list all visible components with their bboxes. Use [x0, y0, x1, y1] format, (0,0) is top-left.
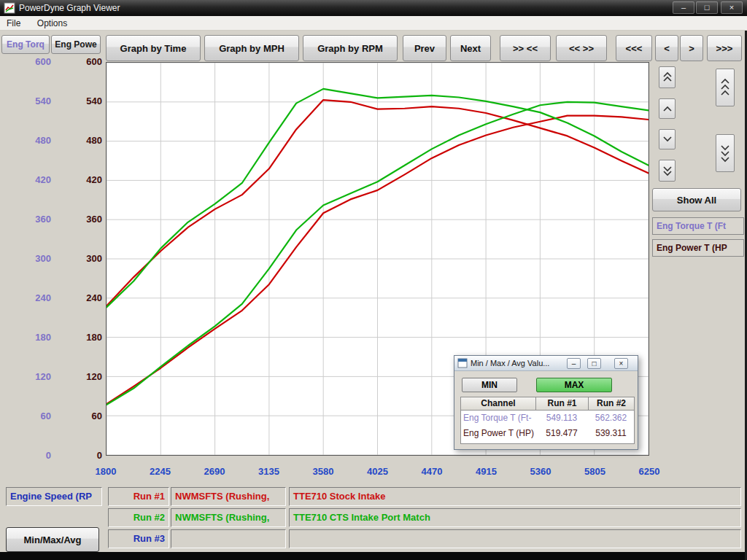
menu-bar: File Options: [0, 16, 747, 31]
run-description-1[interactable]: TTE710 Stock Intake: [289, 487, 741, 506]
toolbar-button-zoom-out[interactable]: << >>: [556, 35, 607, 61]
column-header-run1: Run #1: [535, 397, 589, 411]
y-axis-right-label: 120: [67, 370, 102, 384]
chevron-double-down-icon: [662, 165, 673, 176]
minmax-close-button[interactable]: ×: [614, 358, 628, 369]
minmax-restore-button[interactable]: □: [587, 358, 601, 369]
minimize-button[interactable]: –: [673, 1, 694, 14]
menu-options[interactable]: Options: [31, 16, 74, 31]
maximize-button[interactable]: □: [696, 1, 718, 14]
scale-up-fast-button[interactable]: [659, 66, 676, 88]
shift-down-button[interactable]: [716, 134, 735, 172]
channel-value: 562.362: [588, 411, 634, 426]
min-button[interactable]: MIN: [462, 378, 517, 392]
legend-eng-torque[interactable]: Eng Torque T (Ft: [652, 217, 744, 235]
run-description-3[interactable]: [289, 529, 741, 548]
x-axis-label: 5805: [584, 466, 605, 477]
y-axis-right-label: 540: [67, 95, 102, 108]
toolbar-button-graph-by-rpm[interactable]: Graph by RPM: [303, 35, 398, 61]
y-axis-right-label: 600: [67, 55, 102, 69]
powerdyne-window: { "window": { "title": "PowerDyne Graph …: [0, 0, 747, 560]
x-axis-label: 5360: [530, 466, 551, 477]
minmax-window-titlebar[interactable]: Min / Max / Avg Valu... – □ ×: [454, 356, 638, 371]
minmax-avg-window: Min / Max / Avg Valu... – □ × MIN MAX Ch…: [454, 355, 638, 450]
chevron-triple-down-icon: [719, 142, 731, 164]
shift-up-button[interactable]: [716, 69, 735, 106]
run-description-2[interactable]: TTE710 CTS Intake Port Match: [289, 508, 741, 527]
run-source-1[interactable]: NWMSFTS (Rushing,: [171, 487, 286, 506]
toolbar-button-pan-left[interactable]: <: [655, 35, 678, 61]
toolbar-button-pan-right[interactable]: >: [680, 35, 703, 61]
toolbar-button-graph-by-mph[interactable]: Graph by MPH: [204, 35, 299, 61]
x-axis-label: 1800: [96, 466, 117, 477]
toolbar-button-zoom-in[interactable]: >> <<: [500, 35, 551, 61]
tab-eng-power[interactable]: Eng Powe: [51, 35, 101, 54]
close-button[interactable]: ×: [721, 1, 743, 14]
channel-name: Eng Power T (HP): [461, 426, 535, 441]
x-axis-label: 3135: [258, 466, 279, 477]
y-axis-left-label: 0: [16, 449, 51, 462]
column-header-run2: Run #2: [588, 397, 635, 411]
y-axis-right-label: 240: [67, 292, 102, 305]
channel-value: 519.477: [535, 426, 588, 441]
toolbar-button-next[interactable]: Next: [450, 35, 491, 61]
channel-value: 539.311: [588, 426, 634, 441]
x-axis-label: 3580: [313, 466, 334, 477]
y-axis-right-label: 420: [67, 174, 102, 187]
toolbar-button-pan-right-fast[interactable]: >>>: [707, 35, 742, 61]
column-header-channel: Channel: [460, 397, 536, 411]
scale-down-fast-button[interactable]: [659, 160, 676, 182]
scale-down-button[interactable]: [659, 129, 676, 149]
y-axis-left-label: 60: [16, 410, 51, 423]
scale-up-button[interactable]: [659, 98, 676, 119]
minmax-table-row: Eng Power T (HP)519.477539.311: [461, 426, 634, 441]
window-title: PowerDyne Graph Viewer: [19, 0, 120, 16]
title-bar: PowerDyne Graph Viewer – □ ×: [0, 0, 747, 16]
x-axis-label: 4470: [422, 466, 443, 477]
y-axis-right-label: 60: [67, 410, 102, 423]
x-channel-field[interactable]: Engine Speed (RP: [6, 487, 102, 506]
toolbar-button-pan-left-fast[interactable]: <<<: [616, 35, 652, 61]
chevron-up-icon: [662, 104, 673, 113]
run-label-2[interactable]: Run #2: [108, 508, 169, 527]
minmax-table-body: Eng Torque T (Ft-549.113562.362Eng Power…: [460, 411, 635, 444]
minmax-window-icon: [457, 358, 468, 368]
y-axis-right-label: 480: [67, 134, 102, 147]
x-axis-label: 6250: [639, 466, 660, 477]
toolbar-button-graph-by-time[interactable]: Graph by Time: [106, 35, 201, 61]
y-axis-left-label: 540: [16, 95, 51, 108]
y-axis-left-label: 420: [16, 174, 51, 187]
x-axis-label: 2245: [150, 466, 171, 477]
y-axis-left-label: 240: [16, 292, 51, 305]
chevron-triple-up-icon: [719, 77, 731, 98]
tab-eng-torque[interactable]: Eng Torq: [1, 35, 50, 54]
legend-eng-power[interactable]: Eng Power T (HP: [652, 239, 744, 257]
y-axis-right-label: 360: [67, 213, 102, 226]
channel-name: Eng Torque T (Ft-: [461, 411, 535, 426]
y-axis-left-label: 180: [16, 331, 51, 344]
x-axis-label: 2690: [204, 466, 225, 477]
minmax-window-title: Min / Max / Avg Valu...: [471, 356, 549, 371]
channel-value: 549.113: [535, 411, 588, 426]
run-label-3[interactable]: Run #3: [108, 529, 169, 548]
y-axis-right-label: 300: [67, 252, 102, 265]
run-source-3[interactable]: [171, 529, 286, 548]
show-all-button[interactable]: Show All: [652, 188, 741, 211]
run-label-1[interactable]: Run #1: [108, 487, 169, 506]
y-axis-right-label: 180: [67, 331, 102, 344]
max-button[interactable]: MAX: [536, 378, 612, 392]
run-source-2[interactable]: NWMSFTS (Rushing,: [171, 508, 286, 527]
chevron-double-up-icon: [662, 71, 673, 83]
menu-file[interactable]: File: [0, 16, 27, 31]
app-icon: [4, 2, 15, 14]
x-axis-label: 4025: [367, 466, 388, 477]
window-frame-bottom: [0, 552, 747, 560]
x-axis-label: 4915: [476, 466, 497, 477]
y-axis-left-label: 480: [16, 134, 51, 147]
minmax-minimize-button[interactable]: –: [567, 358, 581, 369]
y-axis-left-label: 600: [16, 55, 51, 69]
minmax-table-row: Eng Torque T (Ft-549.113562.362: [461, 411, 634, 426]
minmax-avg-button[interactable]: Min/Max/Avg: [6, 527, 99, 552]
toolbar-button-prev[interactable]: Prev: [403, 35, 446, 61]
y-axis-left-label: 300: [16, 252, 51, 265]
